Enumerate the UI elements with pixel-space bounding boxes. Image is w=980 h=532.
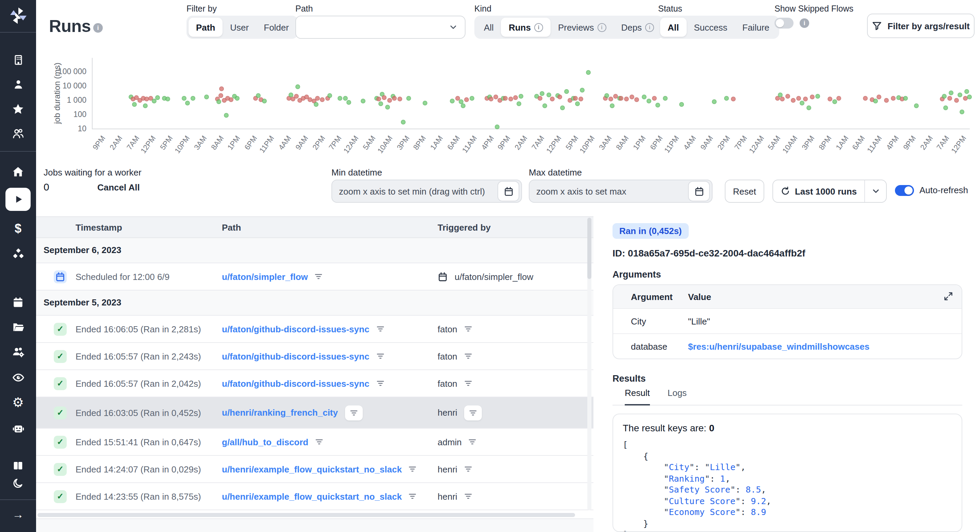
success-run-dot[interactable] (288, 92, 293, 97)
success-run-dot[interactable] (903, 96, 908, 101)
sidebar-item-users-gear[interactable] (0, 341, 36, 364)
failure-run-dot[interactable] (803, 97, 808, 102)
sidebar-item-home[interactable] (0, 160, 36, 183)
success-run-dot[interactable] (679, 102, 684, 107)
failure-run-dot[interactable] (376, 97, 381, 102)
sidebar-item-gear[interactable]: ⚙ (0, 391, 36, 414)
failure-run-dot[interactable] (652, 96, 657, 101)
success-run-dot[interactable] (724, 96, 729, 101)
success-run-dot[interactable] (155, 95, 160, 100)
success-run-dot[interactable] (662, 96, 667, 101)
success-run-dot[interactable] (965, 89, 969, 94)
table-vertical-scrollbar[interactable] (587, 218, 592, 510)
max-datetime-input[interactable] (529, 179, 713, 203)
success-run-dot[interactable] (942, 94, 947, 98)
failure-run-dot[interactable] (387, 98, 392, 103)
table-row[interactable]: ✓Ended 16:06:05 (Ran in 2,281s)u/faton/g… (36, 316, 593, 343)
run-path-link[interactable]: u/faton/github-discord-issues-sync (222, 378, 369, 389)
run-path-link[interactable]: u/faton/github-discord-issues-sync (222, 351, 369, 361)
failure-run-dot[interactable] (219, 86, 224, 91)
success-run-dot[interactable] (385, 105, 390, 110)
kind-option-all[interactable]: All (476, 18, 501, 37)
run-path-link[interactable]: u/faton/github-discord-issues-sync (222, 324, 369, 334)
cancel-all-button[interactable]: Cancel All (97, 182, 140, 192)
success-run-dot[interactable] (949, 91, 953, 95)
filter-lines-icon[interactable] (464, 465, 472, 473)
sidebar-item-arrow-right[interactable]: → (0, 503, 36, 527)
filter-lines-icon[interactable] (315, 438, 323, 446)
expand-icon[interactable] (943, 291, 953, 304)
failure-run-dot[interactable] (550, 97, 555, 102)
failure-run-dot[interactable] (629, 95, 634, 100)
success-run-dot[interactable] (423, 101, 428, 105)
min-datetime-calendar-button[interactable] (498, 181, 519, 202)
success-run-dot[interactable] (647, 98, 652, 103)
success-run-dot[interactable] (401, 120, 406, 125)
filter-lines-icon[interactable] (345, 405, 363, 420)
success-run-dot[interactable] (204, 95, 209, 99)
failure-run-dot[interactable] (827, 97, 832, 102)
success-run-dot[interactable] (190, 96, 195, 101)
status-option-success[interactable]: Success (686, 18, 735, 37)
success-run-dot[interactable] (327, 93, 332, 98)
success-run-dot[interactable] (495, 124, 500, 129)
sidebar-item-play[interactable] (0, 188, 36, 211)
success-run-dot[interactable] (469, 96, 474, 101)
sidebar-item-user-group[interactable] (0, 122, 36, 145)
success-run-dot[interactable] (217, 100, 221, 105)
max-datetime-calendar-button[interactable] (688, 181, 710, 202)
success-run-dot[interactable] (378, 101, 383, 106)
table-row[interactable]: ✓Ended 16:05:57 (Ran in 2,243s)u/faton/g… (36, 343, 593, 370)
run-path-link[interactable]: u/henri/ranking_french_city (222, 408, 338, 418)
filter-lines-icon[interactable] (376, 352, 384, 360)
success-run-dot[interactable] (958, 92, 962, 97)
success-run-dot[interactable] (873, 98, 878, 103)
filter-lines-icon[interactable] (409, 492, 417, 500)
failure-run-dot[interactable] (538, 96, 543, 101)
failure-run-dot[interactable] (392, 96, 397, 101)
failure-run-dot[interactable] (862, 96, 867, 101)
failure-run-dot[interactable] (791, 98, 795, 103)
failure-run-dot[interactable] (731, 97, 736, 102)
success-run-dot[interactable] (185, 101, 190, 105)
success-run-dot[interactable] (542, 104, 547, 108)
sidebar-item-star[interactable] (0, 97, 36, 121)
filter-by-args-result-button[interactable]: Filter by args/result (867, 14, 975, 38)
table-row[interactable]: ✓Ended 14:24:07 (Ran in 0,029s)u/henri/e… (36, 456, 593, 483)
runs-scatter-chart[interactable] (92, 58, 970, 129)
tab-logs[interactable]: Logs (668, 388, 687, 405)
failure-run-dot[interactable] (796, 96, 801, 101)
success-run-dot[interactable] (235, 96, 240, 101)
failure-run-dot[interactable] (218, 93, 223, 98)
failure-run-dot[interactable] (320, 97, 325, 102)
failure-run-dot[interactable] (315, 96, 320, 101)
filter-lines-icon[interactable] (469, 438, 477, 446)
success-run-dot[interactable] (575, 102, 579, 106)
sidebar-item-moon[interactable] (0, 472, 36, 495)
auto-refresh-toggle[interactable] (895, 185, 914, 196)
table-row[interactable]: ✓Ended 16:03:05 (Ran in 0,452s)u/henri/r… (36, 397, 593, 429)
argument-value[interactable]: $res:u/henri/supabase_windmillshowcases (688, 341, 869, 351)
runs-count-dropdown-button[interactable] (864, 180, 886, 202)
success-run-dot[interactable] (967, 94, 972, 99)
sidebar-item-cubes[interactable] (0, 243, 36, 266)
sidebar-item-dollar[interactable]: $ (0, 217, 36, 240)
show-skipped-info-icon[interactable]: i (800, 18, 809, 28)
filter-by-option-folder[interactable]: Folder (256, 18, 296, 37)
run-path-link[interactable]: u/henri/example_flow_quickstart_no_slack (222, 491, 402, 501)
success-run-dot[interactable] (914, 104, 918, 108)
filter-lines-icon[interactable] (376, 379, 384, 387)
success-run-dot[interactable] (517, 102, 522, 106)
failure-run-dot[interactable] (635, 97, 640, 102)
info-icon[interactable]: i (534, 23, 543, 32)
info-icon[interactable]: i (597, 23, 606, 32)
failure-run-dot[interactable] (578, 97, 583, 102)
sidebar-item-folder[interactable] (0, 316, 36, 339)
failure-run-dot[interactable] (954, 98, 959, 103)
sidebar-item-building[interactable] (0, 48, 36, 71)
success-run-dot[interactable] (450, 98, 455, 103)
failure-run-dot[interactable] (785, 94, 790, 99)
success-run-dot[interactable] (580, 88, 585, 93)
failure-run-dot[interactable] (508, 97, 513, 102)
success-run-dot[interactable] (815, 94, 820, 98)
